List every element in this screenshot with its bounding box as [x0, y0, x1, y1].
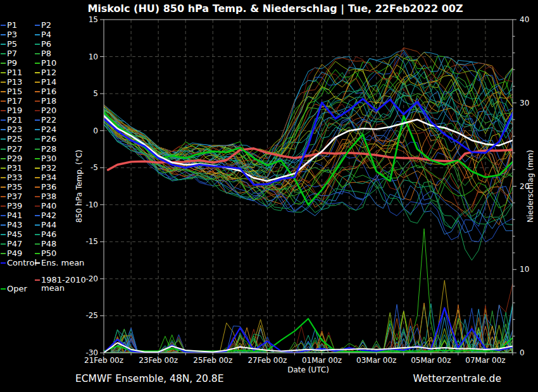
ensemble-plot-svg: 151050-5-10-15-20-25-3001020304021Feb 00…	[0, 0, 538, 392]
svg-text:-20: -20	[85, 274, 98, 283]
wetterzentrale-ensemble-meteogram: Miskolc (HU) 850 hPa Temp. & Niederschla…	[0, 0, 538, 392]
ens-mean-temp-line	[104, 116, 513, 181]
svg-text:27Feb 00z: 27Feb 00z	[247, 356, 287, 365]
svg-text:-15: -15	[85, 237, 98, 246]
svg-text:25Feb 00z: 25Feb 00z	[193, 356, 232, 365]
member-precip-line	[104, 309, 513, 353]
svg-text:10: 10	[89, 52, 98, 61]
svg-text:23Feb 00z: 23Feb 00z	[139, 356, 178, 365]
svg-text:10: 10	[520, 265, 529, 274]
footer-model-info: ECMWF Ensemble, 48N, 20.8E	[75, 373, 224, 384]
svg-text:-10: -10	[85, 200, 98, 209]
svg-text:Niederschlag (mm): Niederschlag (mm)	[526, 150, 535, 223]
svg-text:03Mar 00z: 03Mar 00z	[356, 356, 396, 365]
member-temp-line	[104, 56, 513, 165]
footer-site-name: Wetterzentrale.de	[413, 373, 501, 384]
svg-text:07Mar 00z: 07Mar 00z	[465, 356, 505, 365]
svg-text:30: 30	[520, 99, 529, 107]
svg-text:05Mar 00z: 05Mar 00z	[411, 356, 451, 365]
svg-text:Date (UTC): Date (UTC)	[287, 365, 329, 374]
svg-text:01Mar 00z: 01Mar 00z	[302, 356, 342, 365]
svg-text:0: 0	[520, 348, 525, 357]
svg-text:40: 40	[520, 15, 529, 24]
svg-text:21Feb 00z: 21Feb 00z	[84, 356, 123, 365]
svg-text:15: 15	[89, 15, 98, 24]
svg-text:5: 5	[93, 89, 98, 98]
svg-text:-25: -25	[85, 311, 98, 320]
svg-text:-5: -5	[91, 163, 98, 172]
svg-text:0: 0	[93, 126, 98, 135]
svg-text:850 hPa Temp. (°C): 850 hPa Temp. (°C)	[75, 150, 84, 223]
